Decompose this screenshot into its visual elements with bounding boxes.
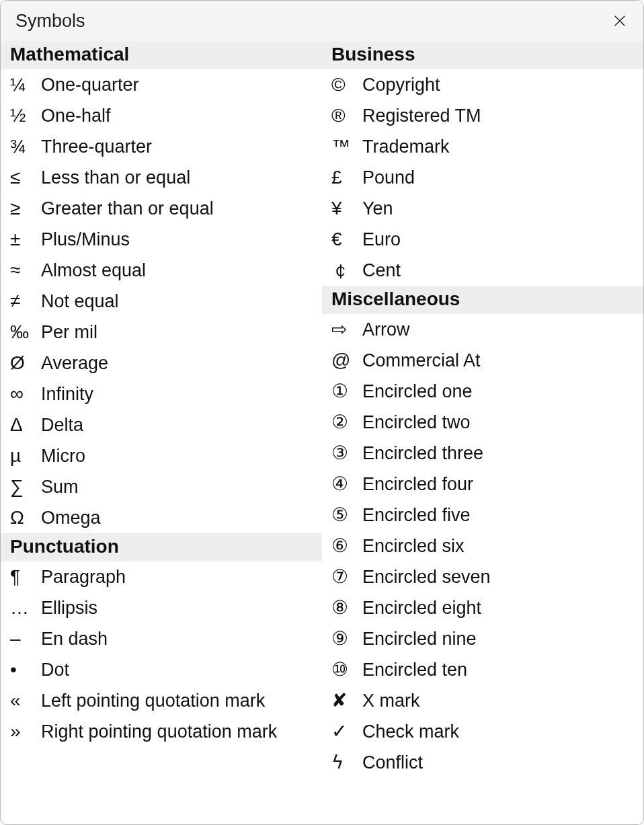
symbol-label: Encircled five [362,505,471,526]
dialog-title: Symbols [15,11,608,32]
symbol-label: Sum [41,477,79,498]
symbol-item-arrow[interactable]: ⇨Arrow [322,314,643,345]
symbol-item-delta[interactable]: ΔDelta [1,409,322,440]
per-mil-icon: ‰ [10,323,41,342]
greater-than-or-equal-icon: ≥ [10,199,41,218]
symbol-item-three-quarter[interactable]: ¾Three-quarter [1,131,322,162]
symbol-label: Encircled six [362,536,465,557]
dot-icon: • [10,660,41,679]
symbol-label: Right pointing quotation mark [41,721,277,742]
symbol-item-check-mark[interactable]: ✓Check mark [322,716,643,747]
registered-tm-icon: ® [331,106,362,125]
symbol-label: Per mil [41,322,97,343]
symbol-item-conflict[interactable]: ϟConflict [322,747,643,778]
one-quarter-icon: ¼ [10,75,41,94]
symbol-label: Ellipsis [41,598,97,619]
symbols-body: Mathematical¼One-quarter½One-half¾Three-… [1,41,643,824]
symbol-item-encircled-eight[interactable]: ⑧Encircled eight [322,592,643,623]
arrow-icon: ⇨ [331,320,362,339]
encircled-one-icon: ① [331,382,362,401]
symbol-item-encircled-three[interactable]: ③Encircled three [322,438,643,469]
symbol-label: Registered TM [362,106,481,126]
symbol-label: Greater than or equal [41,198,214,219]
symbol-item-one-quarter[interactable]: ¼One-quarter [1,69,322,100]
symbol-item-encircled-two[interactable]: ②Encircled two [322,407,643,438]
symbol-item-left-quotation-mark[interactable]: «Left pointing quotation mark [1,685,322,716]
symbol-item-encircled-four[interactable]: ④Encircled four [322,469,643,500]
commercial-at-icon: @ [331,351,362,370]
pound-icon: £ [331,168,362,187]
symbol-item-yen[interactable]: ¥Yen [322,193,643,224]
encircled-three-icon: ③ [331,444,362,463]
symbol-label: Three-quarter [41,136,152,157]
symbol-label: Cent [362,260,401,281]
symbol-item-not-equal[interactable]: ≠Not equal [1,286,322,317]
symbol-label: Not equal [41,291,119,312]
symbol-item-less-than-or-equal[interactable]: ≤Less than or equal [1,162,322,193]
symbol-item-almost-equal[interactable]: ≈Almost equal [1,255,322,286]
symbol-label: Pound [362,167,415,188]
yen-icon: ¥ [331,199,362,218]
symbol-item-encircled-five[interactable]: ⑤Encircled five [322,500,643,531]
symbol-item-cent[interactable]: ￠Cent [322,255,643,286]
symbol-label: Encircled one [362,381,473,402]
symbol-label: Left pointing quotation mark [41,691,265,711]
one-half-icon: ½ [10,106,41,125]
symbol-item-x-mark[interactable]: ✘X mark [322,685,643,716]
symbol-item-average[interactable]: ØAverage [1,348,322,379]
symbol-item-encircled-nine[interactable]: ⑨Encircled nine [322,623,643,654]
symbol-label: Plus/Minus [41,229,130,250]
symbol-label: Encircled three [362,443,483,464]
symbol-label: Arrow [362,319,410,340]
symbol-label: Yen [362,198,393,219]
symbol-item-encircled-seven[interactable]: ⑦Encircled seven [322,561,643,592]
encircled-two-icon: ② [331,413,362,432]
symbol-item-encircled-six[interactable]: ⑥Encircled six [322,531,643,561]
encircled-nine-icon: ⑨ [331,629,362,648]
symbol-item-right-quotation-mark[interactable]: »Right pointing quotation mark [1,716,322,747]
symbol-item-per-mil[interactable]: ‰Per mil [1,317,322,348]
symbol-item-euro[interactable]: €Euro [322,224,643,255]
symbol-label: One-quarter [41,75,139,95]
encircled-eight-icon: ⑧ [331,598,362,617]
symbol-item-copyright[interactable]: ©Copyright [322,69,643,100]
symbol-item-paragraph[interactable]: ¶Paragraph [1,561,322,592]
symbol-item-registered-tm[interactable]: ®Registered TM [322,100,643,131]
close-icon [612,13,627,28]
symbol-label: Paragraph [41,567,126,588]
symbol-item-en-dash[interactable]: –En dash [1,623,322,654]
symbol-item-micro[interactable]: µMicro [1,440,322,471]
symbol-label: En dash [41,629,108,650]
symbol-label: Dot [41,660,69,680]
symbol-item-ellipsis[interactable]: …Ellipsis [1,592,322,623]
symbol-item-sum[interactable]: ∑Sum [1,471,322,502]
symbol-item-greater-than-or-equal[interactable]: ≥Greater than or equal [1,193,322,224]
sum-icon: ∑ [10,477,41,496]
symbol-item-one-half[interactable]: ½One-half [1,100,322,131]
close-button[interactable] [608,9,631,32]
encircled-five-icon: ⑤ [331,506,362,524]
symbol-item-commercial-at[interactable]: @Commercial At [322,345,643,376]
symbol-label: Encircled eight [362,598,481,619]
symbol-label: Omega [41,508,101,528]
symbol-item-pound[interactable]: £Pound [322,162,643,193]
symbol-item-encircled-ten[interactable]: ⑩Encircled ten [322,654,643,685]
right-column: Business©Copyright®Registered TM™Tradema… [322,41,643,824]
symbol-label: Encircled two [362,412,471,433]
ellipsis-icon: … [10,598,41,617]
titlebar: Symbols [1,1,643,41]
category-header-business: Business [322,41,643,69]
symbol-label: Delta [41,415,83,436]
almost-equal-icon: ≈ [10,261,41,280]
left-column: Mathematical¼One-quarter½One-half¾Three-… [1,41,322,824]
x-mark-icon: ✘ [331,691,362,710]
symbol-item-dot[interactable]: •Dot [1,654,322,685]
three-quarter-icon: ¾ [10,137,41,156]
symbol-item-omega[interactable]: ΩOmega [1,502,322,533]
symbol-item-infinity[interactable]: ∞Infinity [1,379,322,409]
symbol-item-encircled-one[interactable]: ①Encircled one [322,376,643,407]
euro-icon: € [331,230,362,249]
symbol-label: Encircled nine [362,629,477,650]
symbol-item-plus-minus[interactable]: ±Plus/Minus [1,224,322,255]
symbol-item-trademark[interactable]: ™Trademark [322,131,643,162]
